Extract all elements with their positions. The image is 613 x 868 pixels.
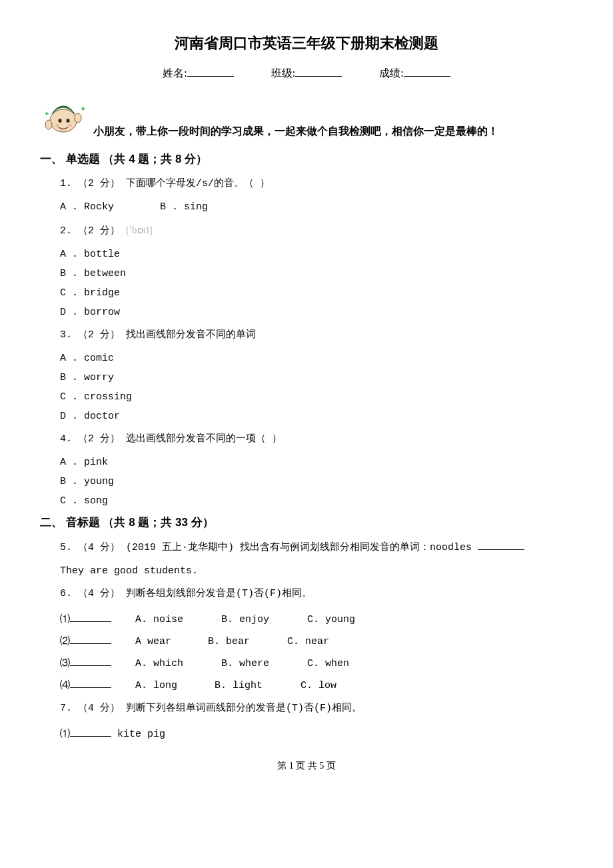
q6-r3-b: B. where bbox=[221, 658, 301, 669]
q2-phonetic: [ˈbɒtl] bbox=[126, 225, 153, 235]
q6-r3-c: C. when bbox=[307, 658, 349, 669]
q4-opt-c[interactable]: C . song bbox=[60, 495, 573, 507]
q6-r1-b: B. enjoy bbox=[221, 614, 301, 625]
q2-opt-a[interactable]: A . bottle bbox=[60, 249, 573, 260]
q5-sentence: They are good students. bbox=[60, 565, 573, 577]
exam-page: 河南省周口市英语三年级下册期末检测题 姓名: 班级: 成绩: ✦ ✦ 小朋友，带… bbox=[0, 0, 613, 792]
q6-r4-b: B. light bbox=[215, 680, 295, 691]
q6-row3: ⑶ A. which B. where C. when bbox=[60, 655, 573, 669]
q6-r3-blank[interactable] bbox=[70, 655, 111, 666]
q6-r4-num: ⑷ bbox=[60, 680, 70, 691]
q1-opt-b[interactable]: B . sing bbox=[160, 201, 208, 213]
q1-stem: 1. （2 分） 下面哪个字母发/s/的音。（ ） bbox=[60, 176, 573, 192]
q5-text: 5. （4 分） (2019 五上·龙华期中) 找出含有与例词划线部分相同发音的… bbox=[60, 542, 478, 553]
svg-point-6 bbox=[75, 113, 81, 123]
q7-r1-words: kite pig bbox=[117, 729, 165, 740]
q6-r3-num: ⑶ bbox=[60, 658, 70, 669]
q4-stem: 4. （2 分） 选出画线部分发音不同的一项（ ） bbox=[60, 431, 573, 447]
q6-r4-a: A. long bbox=[135, 680, 209, 691]
student-info-line: 姓名: 班级: 成绩: bbox=[40, 65, 573, 81]
q6-r2-c: C. near bbox=[287, 636, 329, 647]
svg-text:✦: ✦ bbox=[80, 105, 86, 113]
name-label: 姓名: bbox=[163, 67, 187, 81]
q6-r2-b: B. bear bbox=[208, 636, 281, 647]
q4-opt-b[interactable]: B . young bbox=[60, 476, 573, 487]
q3-opt-d[interactable]: D . doctor bbox=[60, 411, 573, 422]
svg-point-5 bbox=[45, 120, 52, 129]
q6-row4: ⑷ A. long B. light C. low bbox=[60, 677, 573, 691]
q6-r2-num: ⑵ bbox=[60, 636, 70, 647]
q1-options: A . Rocky B . sing bbox=[60, 201, 573, 213]
svg-point-1 bbox=[59, 119, 62, 123]
q3-opt-c[interactable]: C . crossing bbox=[60, 391, 573, 403]
intro-row: ✦ ✦ 小朋友，带上你一段时间的学习成果，一起来做个自我检测吧，相信你一定是最棒… bbox=[40, 93, 573, 139]
q6-r3-a: A. which bbox=[135, 658, 215, 669]
svg-point-2 bbox=[67, 119, 70, 123]
q6-stem: 6. （4 分） 判断各组划线部分发音是(T)否(F)相同。 bbox=[60, 586, 573, 602]
score-blank[interactable] bbox=[404, 65, 450, 77]
q2-prefix: 2. （2 分） bbox=[60, 225, 126, 237]
svg-point-3 bbox=[55, 124, 59, 127]
q1-opt-a[interactable]: A . Rocky bbox=[60, 201, 114, 213]
q6-r1-blank[interactable] bbox=[70, 611, 111, 622]
score-label: 成绩: bbox=[379, 67, 403, 81]
q7-r1-num: ⑴ bbox=[60, 729, 70, 740]
q2-stem: 2. （2 分） [ˈbɒtl] bbox=[60, 222, 573, 239]
q2-opt-c[interactable]: C . bridge bbox=[60, 287, 573, 299]
q7-row1: ⑴ kite pig bbox=[60, 726, 573, 740]
svg-point-4 bbox=[68, 124, 72, 127]
intro-text: 小朋友，带上你一段时间的学习成果，一起来做个自我检测吧，相信你一定是最棒的！ bbox=[93, 93, 498, 139]
q2-opt-d[interactable]: D . borrow bbox=[60, 307, 573, 318]
q6-r2-a: A wear bbox=[135, 636, 202, 647]
q6-r1-c: C. young bbox=[307, 614, 355, 625]
q7-r1-blank[interactable] bbox=[70, 726, 111, 737]
q3-opt-a[interactable]: A . comic bbox=[60, 353, 573, 364]
q7-stem: 7. （4 分） 判断下列各组单词画线部分的发音是(T)否(F)相同。 bbox=[60, 701, 573, 717]
q3-stem: 3. （2 分） 找出画线部分发音不同的单词 bbox=[60, 327, 573, 343]
class-label: 班级: bbox=[271, 67, 295, 81]
svg-text:✦: ✦ bbox=[44, 110, 49, 117]
q3-opt-b[interactable]: B . worry bbox=[60, 372, 573, 383]
q6-r4-c: C. low bbox=[301, 680, 336, 691]
name-blank[interactable] bbox=[187, 65, 234, 77]
page-title: 河南省周口市英语三年级下册期末检测题 bbox=[40, 33, 573, 53]
class-blank[interactable] bbox=[295, 65, 342, 77]
q5-blank[interactable] bbox=[478, 539, 524, 550]
q2-opt-b[interactable]: B . between bbox=[60, 268, 573, 279]
q6-r1-num: ⑴ bbox=[60, 614, 70, 625]
section-2-heading: 二、 音标题 （共 8 题；共 33 分） bbox=[40, 515, 573, 530]
q5-stem: 5. （4 分） (2019 五上·龙华期中) 找出含有与例词划线部分相同发音的… bbox=[60, 539, 573, 556]
mascot-icon: ✦ ✦ bbox=[40, 93, 87, 139]
page-footer: 第 1 页 共 5 页 bbox=[40, 760, 573, 772]
q6-r2-blank[interactable] bbox=[70, 633, 111, 644]
q4-opt-a[interactable]: A . pink bbox=[60, 457, 573, 468]
q6-r4-blank[interactable] bbox=[70, 677, 111, 688]
q6-row2: ⑵ A wear B. bear C. near bbox=[60, 633, 573, 647]
section-1-heading: 一、 单选题 （共 4 题；共 8 分） bbox=[40, 151, 573, 167]
q6-r1-a: A. noise bbox=[135, 614, 215, 625]
q6-row1: ⑴ A. noise B. enjoy C. young bbox=[60, 611, 573, 625]
